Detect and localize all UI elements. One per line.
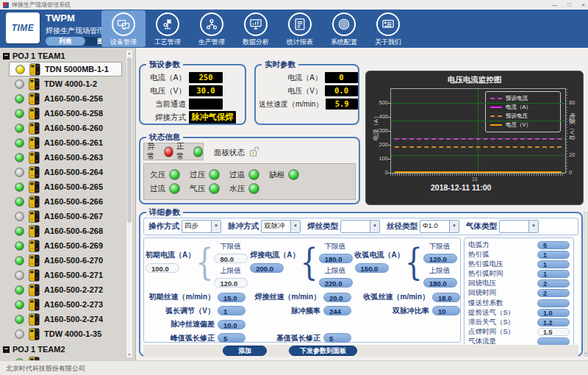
param-value-field[interactable]: 5 [323, 333, 351, 343]
limit-value-field[interactable]: 180.0 [319, 254, 353, 263]
maximize-button[interactable]: □ [567, 1, 571, 8]
limit-group: 上限值180.0 [423, 266, 457, 289]
realtime-rows: 电流（A）0电压（V）0.0送丝速度（m/min）5.9 [256, 65, 358, 124]
tree-item[interactable]: A160-500-6-265 [9, 179, 122, 194]
tree-item[interactable]: TDN 5000MB-1-1 [9, 62, 122, 76]
side-param-field[interactable] [537, 299, 570, 307]
detail-scrollbar[interactable]: ▼ [584, 212, 588, 357]
current-value-field[interactable]: 150.0 [355, 263, 389, 273]
dropdown-field[interactable]: ▼ [340, 220, 380, 233]
side-param-field[interactable]: 2 [537, 279, 570, 288]
preset-rows: 电流（A）250电压（V）30.0当前通道焊接方式脉冲气保焊 [140, 65, 245, 124]
param-value-field[interactable]: 20.0 [323, 293, 351, 302]
side-param-field[interactable]: 5 [537, 241, 570, 249]
tree-item[interactable]: A160-500-6-271 [9, 268, 122, 282]
param-rows: 初期丝速（m/min）15.0焊接丝速（m/min）20.0收弧丝速（m/min… [144, 288, 460, 345]
tree-item[interactable]: A160-500-2-273 [9, 297, 122, 312]
chevron-down-icon[interactable]: ▼ [211, 221, 220, 232]
param-value-field[interactable]: 5 [218, 333, 245, 343]
current-value-field[interactable]: 100.0 [146, 263, 179, 273]
tree-item[interactable]: A160-500-6-263 [9, 150, 122, 165]
nav-label: 关于我们 [375, 38, 401, 47]
dropdown-field[interactable]: ▼ [499, 220, 539, 233]
scroll-up-icon[interactable]: ▲ [126, 51, 132, 55]
chevron-down-icon[interactable]: ▼ [370, 221, 379, 232]
tree-group-header[interactable]: −POJ 1 TEAM2 [0, 343, 125, 355]
add-button[interactable]: 添加 [223, 346, 267, 356]
tree-item-label: TDN 5000MB-1-1 [45, 65, 109, 74]
nav-item-config[interactable]: 系统配置 [322, 10, 366, 47]
status-label: 过温 [229, 170, 245, 180]
chevron-down-icon[interactable]: ▼ [290, 221, 300, 232]
tree-group-header[interactable]: −POJ 1 TEAM1 [0, 50, 125, 62]
welder-icon [29, 299, 40, 311]
tree-item[interactable]: A160-500-6-258 [9, 106, 122, 121]
detail-params-panel: 详细参数 操作方式四步▼脉冲方式双脉冲▼焊丝类型▼丝径类型Φ1.0▼气体类型▼ … [139, 212, 583, 357]
tree-item[interactable]: TDW 4000-1-35 [9, 326, 122, 341]
tree-item-label: A160-500-6-270 [44, 256, 103, 265]
nav-item-devices[interactable]: 设备管理 [101, 10, 146, 47]
right-axis-title: 电压（V） [568, 105, 576, 149]
tree-item[interactable]: TDW 4000-1-2 [9, 76, 122, 91]
collapse-icon[interactable]: − [3, 346, 10, 353]
scroll-down-icon[interactable]: ▼ [584, 351, 587, 355]
close-button[interactable]: × [581, 1, 585, 8]
side-param-field[interactable]: 1.0 [537, 309, 570, 317]
param-value-field[interactable]: 1 [218, 306, 245, 315]
tree-item[interactable]: A160-500-6-261 [9, 135, 122, 150]
current-value-field[interactable]: 200.0 [250, 263, 284, 273]
field-label: 初期电流（A） [146, 250, 195, 260]
tree-scrollbar[interactable]: ▲ ▼ [126, 49, 133, 358]
tree-item[interactable]: A160-500-6-256 [9, 91, 122, 106]
limit-value-field[interactable]: 80.0 [214, 254, 248, 263]
tree-item[interactable]: A160-500-6-266 [9, 194, 122, 209]
dropdown-field[interactable]: Φ1.0▼ [420, 220, 459, 233]
field-row: 电流（A）250 [143, 72, 245, 83]
scroll-down-icon[interactable]: ▼ [126, 352, 132, 357]
nav-item-process[interactable]: 工艺管理 [146, 10, 190, 47]
minimize-button[interactable]: — [551, 1, 557, 8]
tree-item[interactable]: A160-500-6-267 [9, 209, 122, 224]
side-param-field[interactable]: 1 [537, 251, 570, 259]
collapse-icon[interactable]: − [3, 53, 10, 60]
nav-item-analysis[interactable]: 数据分析 [234, 10, 278, 47]
view-list-button[interactable]: 列表 [46, 37, 85, 46]
tree-item[interactable]: A160-500-2-272 [9, 282, 122, 297]
scrollbar-thumb[interactable] [127, 57, 132, 223]
param-value-field[interactable]: 244 [323, 306, 351, 315]
limit-value-field[interactable]: 180.0 [423, 278, 457, 288]
tree-item[interactable]: A160-500-6-268 [9, 224, 122, 238]
param-value-field[interactable]: 10 [432, 306, 460, 315]
side-param-field[interactable]: 1.2 [537, 318, 570, 326]
chevron-down-icon[interactable]: ▼ [528, 221, 538, 232]
dropdown-field[interactable]: 双脉冲▼ [261, 220, 301, 233]
limit-value-field[interactable]: 220.0 [319, 278, 353, 288]
tree-item[interactable]: A160-500-6-269 [9, 238, 122, 253]
tree-item[interactable] [9, 355, 122, 360]
param-value-field[interactable]: 18.0 [432, 293, 460, 302]
main-params-box: 初期电流（A）100.0{下限值80.0上限值120.0焊接电流（A）200.0… [143, 238, 461, 343]
nav-item-report[interactable]: 统计报表 [278, 10, 322, 47]
tree-item[interactable]: A160-500-6-260 [9, 121, 122, 135]
side-param-field[interactable]: 1 [537, 270, 570, 278]
nav-item-about[interactable]: 关于我们 [366, 10, 410, 47]
limit-value-field[interactable]: 120.0 [214, 278, 248, 288]
tree-item[interactable]: A160-500-6-264 [9, 165, 122, 179]
series-预设电流 [395, 138, 562, 140]
side-param-field[interactable]: 2 [537, 289, 570, 297]
chevron-down-icon[interactable]: ▼ [449, 221, 459, 232]
side-param-field[interactable]: 1.5 [537, 328, 570, 336]
param-value-field[interactable]: 10.0 [218, 320, 245, 329]
analysis-icon [244, 12, 268, 36]
param-cell: 脉冲频率244 [245, 306, 351, 316]
limit-value-field[interactable]: 120.0 [423, 254, 457, 263]
param-row: 弧长调节（V）1脉冲频率244双脉冲比率10 [144, 304, 460, 318]
send-to-panel-button[interactable]: 下发参数到面板 [289, 346, 357, 356]
tree-item[interactable]: A160-500-2-274 [9, 312, 122, 326]
dropdown-field[interactable]: 四步▼ [182, 220, 221, 233]
limit-group: 下限值180.0 [319, 242, 353, 265]
side-param-field[interactable]: 1 [537, 260, 570, 268]
nav-item-production[interactable]: 生产管理 [190, 10, 234, 47]
param-value-field[interactable]: 15.0 [218, 293, 245, 302]
tree-item[interactable]: A160-500-6-270 [9, 253, 122, 268]
